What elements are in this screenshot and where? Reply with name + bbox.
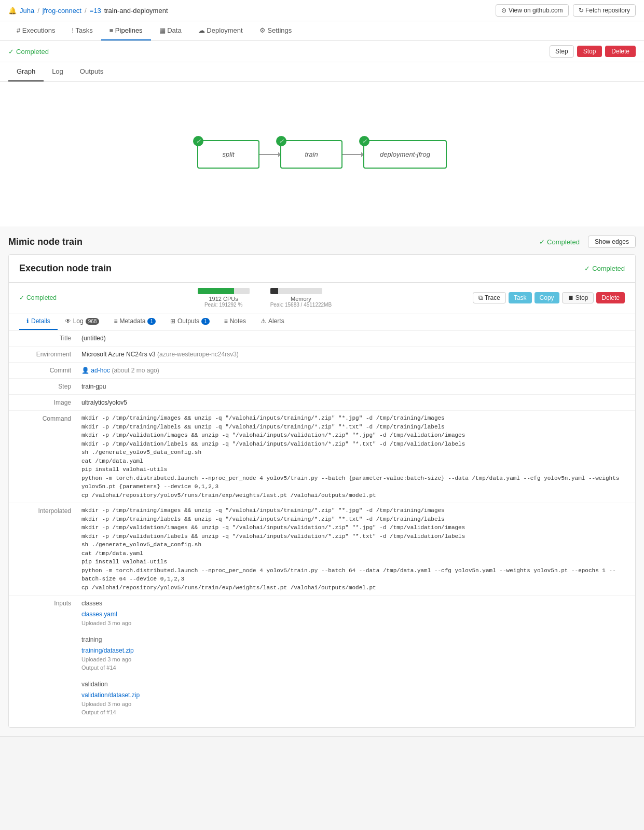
pipeline-status: ✓ Completed [8,48,49,56]
cpu-resource: 1912 CPUs Peak: 191292 % [198,288,250,308]
command-block: mkdir -p /tmp/training/images && unzip -… [81,414,625,500]
detail-val-commit: 👤 ad-hoc (about 2 mo ago) [81,366,625,375]
input-item: validation validation/dataset.zip Upload… [81,680,625,717]
memory-label: Memory [270,296,332,302]
detail-val-environment: Microsoft Azure NC24rs v3 (azure-westeur… [81,350,625,359]
sub-tab-log[interactable]: Log [44,62,72,81]
show-edges-button[interactable]: Show edges [588,236,636,248]
pipeline-arrow-2 [342,154,363,155]
detail-val-image: ultralytics/yolov5 [81,398,625,407]
pipeline-node-deployment[interactable]: ✓ deployment-jfrog [363,140,447,169]
commit-link[interactable]: ad-hoc [91,367,110,374]
step-button[interactable]: Step [550,45,574,58]
detail-row-environment: Environment Microsoft Azure NC24rs v3 (a… [9,347,635,363]
pipeline-name: train-and-deployment [104,7,168,15]
task-button[interactable]: Task [509,292,532,303]
user-icon: 👤 [81,367,89,374]
pipeline-status-bar: ✓ Completed Step Stop Delete [0,41,644,62]
stop-button[interactable]: Stop [577,46,602,57]
stop-sm-button[interactable]: ⏹ Stop [562,292,594,303]
sub-tab-outputs[interactable]: Outputs [72,62,112,81]
details-table: Title (untitled) Environment Microsoft A… [9,330,635,727]
pipeline-graph: ✓ split ✓ train ✓ deployment-jfrog [197,140,447,169]
pipeline-node-split[interactable]: ✓ split [197,140,259,169]
detail-tab-alerts[interactable]: ⚠ Alerts [253,313,292,330]
detail-val-step: train-gpu [81,382,625,391]
view-github-button[interactable]: ⊙ View on github.com [496,4,569,17]
run-num-link[interactable]: =13 [90,7,101,15]
detail-tab-metadata[interactable]: ≡ Metadata 1 [106,313,163,330]
pipeline-actions: Step Stop Delete [550,45,636,58]
input-file-link[interactable]: training/dataset.zip [81,647,134,654]
repo-link[interactable]: jfrog-connect [43,7,81,15]
trace-icon: ⧉ [478,294,483,301]
check-icon: ✓ [539,238,545,246]
input-name: training [81,635,625,644]
detail-tab-notes[interactable]: ≡ Notes [217,313,253,330]
delete-button[interactable]: Delete [605,46,636,57]
memory-bar-fill [270,288,278,294]
nav-tab-tasks[interactable]: ! Tasks [63,21,101,40]
nav-tab-pipelines[interactable]: ≡ Pipelines [101,21,151,40]
cpu-sublabel: Peak: 191292 % [198,302,250,308]
check-icon: ✓ [19,294,24,301]
input-name: validation [81,680,625,689]
detail-row-inputs: Inputs classes classes.yaml Uploaded 3 m… [9,596,635,727]
input-file-link[interactable]: classes.yaml [81,611,117,618]
metadata-icon: ≡ [114,317,117,325]
input-upload-meta: Uploaded 3 mo ago [81,655,625,664]
info-icon: ℹ [26,317,29,325]
alerts-icon: ⚠ [261,317,266,325]
detail-row-title: Title (untitled) [9,330,635,347]
breadcrumb: 🔔 Juha / jfrog-connect / =13 train-and-d… [8,7,168,15]
bell-icon: 🔔 [8,7,17,15]
input-upload-meta: Uploaded 3 mo ago [81,700,625,709]
nav-tab-deployment[interactable]: ☁ Deployment [190,21,251,40]
trace-button[interactable]: ⧉ Trace [473,292,506,303]
detail-row-command: Command mkdir -p /tmp/training/images &&… [9,411,635,503]
mimic-status: ✓ Completed [539,238,580,246]
mimic-header: Mimic node train ✓ Completed Show edges [8,236,636,248]
delete-sm-button[interactable]: Delete [596,292,625,303]
sub-tab-graph[interactable]: Graph [8,62,44,81]
detail-val-inputs: classes classes.yaml Uploaded 3 mo ago t… [81,599,625,724]
input-upload-meta: Uploaded 3 mo ago [81,619,625,628]
node-check-icon: ✓ [276,136,286,146]
mimic-title: Mimic node train [8,237,83,247]
pipeline-node-train[interactable]: ✓ train [280,140,342,169]
input-file-link[interactable]: validation/dataset.zip [81,691,140,699]
cpu-label: 1912 CPUs [198,296,250,302]
eye-icon: 👁 [65,317,71,325]
node-check-icon: ✓ [193,136,203,146]
detail-tabs: ℹ Details 👁 Log 968 ≡ Metadata 1 ⊞ Outpu… [9,313,635,330]
github-icon: ⊙ [501,7,506,14]
user-link[interactable]: Juha [20,7,34,15]
interpolated-block: mkdir -p /tmp/training/images && unzip -… [81,506,625,592]
topbar: 🔔 Juha / jfrog-connect / =13 train-and-d… [0,0,644,21]
outputs-icon: ⊞ [170,317,175,325]
input-item: training training/dataset.zip Uploaded 3… [81,635,625,672]
input-item: classes classes.yaml Uploaded 3 mo ago [81,599,625,628]
fetch-repo-button[interactable]: ↻ Fetch repository [573,4,636,17]
nav-tab-data[interactable]: ▦ Data [151,21,190,40]
detail-tab-log[interactable]: 👁 Log 968 [58,313,107,330]
completed-badge: ✓ Completed [19,294,57,301]
nav-tab-executions[interactable]: # Executions [8,21,63,40]
memory-sublabel: Peak: 15683 / 4511222MB [270,302,332,308]
detail-tab-details[interactable]: ℹ Details [19,313,58,330]
detail-tab-outputs[interactable]: ⊞ Outputs 1 [163,313,217,330]
nav: # Executions ! Tasks ≡ Pipelines ▦ Data … [0,21,644,41]
detail-row-interpolated: Interpolated mkdir -p /tmp/training/imag… [9,503,635,596]
execution-card: Execution node train ✓ Completed ✓ Compl… [8,254,636,728]
detail-val-title: (untitled) [81,334,625,343]
detail-row-commit: Commit 👤 ad-hoc (about 2 mo ago) [9,363,635,379]
memory-resource: Memory Peak: 15683 / 4511222MB [270,288,332,308]
nav-tabs: # Executions ! Tasks ≡ Pipelines ▦ Data … [8,21,300,40]
copy-button[interactable]: Copy [535,292,559,303]
refresh-icon: ↻ [579,7,584,14]
detail-row-image: Image ultralytics/yolov5 [9,395,635,411]
input-name: classes [81,599,625,608]
detail-row-step: Step train-gpu [9,379,635,395]
detail-val-command: mkdir -p /tmp/training/images && unzip -… [81,414,625,500]
nav-tab-settings[interactable]: ⚙ Settings [251,21,300,40]
